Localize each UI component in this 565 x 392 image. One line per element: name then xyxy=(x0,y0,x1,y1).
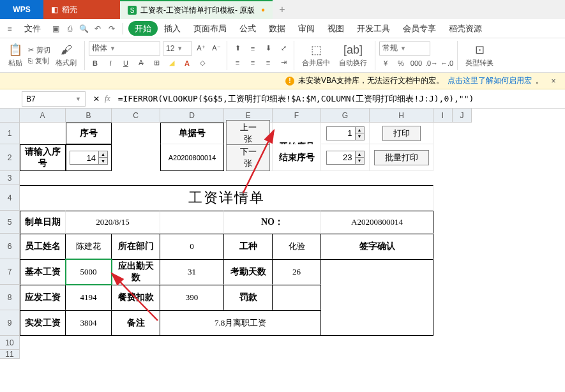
font-family-select[interactable]: 楷体▼ xyxy=(89,41,160,56)
col-head-B[interactable]: B xyxy=(66,109,112,123)
paste-button[interactable]: 📋粘贴 xyxy=(4,41,27,69)
cell-D8[interactable]: 390 xyxy=(160,285,224,310)
col-head-I[interactable]: I xyxy=(433,109,453,123)
cell-F8[interactable] xyxy=(273,285,321,310)
cell-C9[interactable]: 备注 xyxy=(112,310,160,336)
undo-icon[interactable]: ↶ xyxy=(92,23,103,34)
align-top-icon[interactable]: ⬆ xyxy=(231,42,244,55)
redo-icon[interactable]: ↷ xyxy=(106,23,117,34)
border-icon[interactable]: ⊞ xyxy=(150,57,163,70)
cell-A2[interactable]: 请输入序号 xyxy=(20,144,66,171)
print-quick-icon[interactable]: ⎙ xyxy=(64,23,75,34)
formula-input[interactable]: =IFERROR(VLOOKUP($G$5,工资明打印细表!$A:$M,COLU… xyxy=(114,93,565,105)
bold-icon[interactable]: B xyxy=(89,57,102,70)
preview-icon[interactable]: 🔍 xyxy=(78,23,89,34)
cell-B8[interactable]: 4194 xyxy=(66,285,112,310)
batch-print-button[interactable]: 批量打印 xyxy=(370,144,433,171)
docer-tab[interactable]: ◧稻壳 xyxy=(43,0,120,19)
menu-审阅[interactable]: 审阅 xyxy=(292,21,321,36)
percent-icon[interactable]: % xyxy=(395,57,407,70)
increase-font-icon[interactable]: A⁺ xyxy=(195,42,207,55)
row-head-11[interactable]: 11 xyxy=(0,350,20,359)
cell-D2[interactable]: A20200800014 xyxy=(160,144,224,171)
end-seq-spinner[interactable]: ▲▼ xyxy=(321,144,370,171)
title-cell[interactable]: 工资详情单 xyxy=(20,185,433,211)
col-head-C[interactable]: C xyxy=(112,109,160,123)
cell-E5[interactable]: NO： xyxy=(224,211,321,234)
menu-页面布局[interactable]: 页面布局 xyxy=(187,21,233,36)
wrap-text-button[interactable]: [ab]自动换行 xyxy=(335,42,371,69)
indent-icon[interactable]: ⇥ xyxy=(277,56,290,69)
align-left-icon[interactable]: ≡ xyxy=(231,56,244,69)
cell-D9[interactable]: 7.8月离职工资 xyxy=(160,310,321,336)
save-icon[interactable]: ▣ xyxy=(50,23,61,34)
col-head-G[interactable]: G xyxy=(321,109,370,123)
wps-app-tab[interactable]: WPS xyxy=(0,0,43,19)
col-head-A[interactable]: A xyxy=(20,109,66,123)
strike-icon[interactable]: A̶ xyxy=(135,57,147,70)
align-bottom-icon[interactable]: ⬇ xyxy=(262,42,275,55)
cell-E6[interactable]: 工种 xyxy=(224,234,273,259)
font-color-icon[interactable]: A xyxy=(181,57,193,70)
row-head-1[interactable]: 1 xyxy=(0,123,20,144)
cell-B6[interactable]: 陈建花 xyxy=(66,234,112,259)
clear-format-icon[interactable]: ◇ xyxy=(196,57,209,70)
cell-E7[interactable]: 考勤天数 xyxy=(224,259,273,285)
italic-icon[interactable]: I xyxy=(104,57,117,70)
align-middle-icon[interactable]: ≡ xyxy=(246,42,259,55)
menu-稻壳资源[interactable]: 稻壳资源 xyxy=(442,21,488,36)
row-head-9[interactable]: 9 xyxy=(0,310,20,336)
cut-button[interactable]: ✂剪切 xyxy=(28,45,50,55)
prev-button[interactable]: 上一张 xyxy=(224,123,273,144)
row-head-2[interactable]: 2 xyxy=(0,144,20,171)
cell-D6[interactable]: 0 xyxy=(160,234,224,259)
inc-decimal-icon[interactable]: .0→ xyxy=(425,57,438,70)
cell-B9[interactable]: 3804 xyxy=(66,310,112,336)
cell-G5[interactable]: A20200800014 xyxy=(321,211,433,234)
name-box[interactable]: B7▼ xyxy=(22,91,86,107)
fx-icon[interactable]: fx xyxy=(105,94,110,103)
align-right-icon[interactable]: ≡ xyxy=(262,56,275,69)
font-size-select[interactable]: 12▼ xyxy=(163,41,192,56)
col-head-F[interactable]: F xyxy=(273,109,321,123)
fill-color-icon[interactable]: ◢ xyxy=(165,57,178,70)
dec-decimal-icon[interactable]: ←.0 xyxy=(441,57,453,70)
col-head-J[interactable]: J xyxy=(453,109,472,123)
new-tab-button[interactable]: + xyxy=(273,0,292,19)
col-head-H[interactable]: H xyxy=(370,109,433,123)
cell-D1[interactable]: 单据号 xyxy=(160,123,224,144)
row-head-10[interactable]: 10 xyxy=(0,336,20,350)
cell-B5[interactable]: 2020/8/15 xyxy=(66,211,160,234)
menu-数据[interactable]: 数据 xyxy=(262,21,292,36)
decrease-font-icon[interactable]: A⁻ xyxy=(210,42,223,55)
select-all-corner[interactable] xyxy=(0,109,20,123)
cell-F7[interactable]: 26 xyxy=(273,259,321,285)
cancel-formula-icon[interactable]: ✕ xyxy=(93,94,100,103)
cell-A8[interactable]: 应发工资 xyxy=(20,285,66,310)
cell-B7-selected[interactable]: 5000 xyxy=(66,259,112,285)
align-center-icon[interactable]: ≡ xyxy=(246,56,259,69)
warning-link[interactable]: 点击这里了解如何启用宏 xyxy=(448,75,532,86)
currency-icon[interactable]: ¥ xyxy=(379,57,392,70)
start-seq-spinner[interactable]: ▲▼ xyxy=(321,123,370,144)
cell-A9[interactable]: 实发工资 xyxy=(20,310,66,336)
menu-视图[interactable]: 视图 xyxy=(321,21,350,36)
orientation-icon[interactable]: ⤢ xyxy=(277,42,290,55)
copy-button[interactable]: ⎘复制 xyxy=(28,56,50,66)
cell-A5[interactable]: 制单日期 xyxy=(20,211,66,234)
merge-cells-button[interactable]: ⬚合并居中 xyxy=(298,41,334,69)
number-format-select[interactable]: 常规▼ xyxy=(379,41,430,56)
cell-D7[interactable]: 31 xyxy=(160,259,224,285)
print-button[interactable]: 打印 xyxy=(370,123,433,144)
cell-A6[interactable]: 员工姓名 xyxy=(20,234,66,259)
col-head-D[interactable]: D xyxy=(160,109,224,123)
cell-F2[interactable]: 结束序号 xyxy=(273,144,321,171)
menu-icon[interactable]: ≡ xyxy=(4,23,15,34)
cell-G6[interactable]: 签字确认 xyxy=(321,234,433,259)
cell-G7[interactable] xyxy=(321,259,433,336)
cell-F6[interactable]: 化验 xyxy=(273,234,321,259)
cell-E8[interactable]: 罚款 xyxy=(224,285,273,310)
cell-C7[interactable]: 应出勤天数 xyxy=(112,259,160,285)
underline-icon[interactable]: U xyxy=(119,57,132,70)
cell-B1[interactable]: 序号 xyxy=(66,123,112,144)
